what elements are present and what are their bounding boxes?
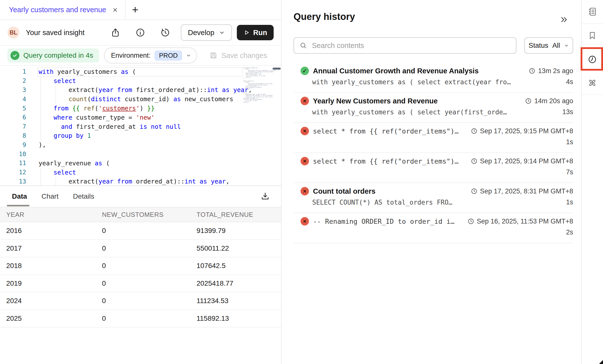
line-number: 10 [0,151,26,158]
code-text: yearly_revenue as ( [39,160,110,167]
code-text: select [39,169,76,176]
tab-close-icon[interactable]: × [113,5,118,14]
query-history-panel-button[interactable] [582,48,603,71]
code-text: and first_ordered_at is not null [39,123,181,130]
code-line-3[interactable]: 3 extract(year from first_ordered_at)::i… [0,86,281,95]
code-line-4[interactable]: 4 count(distinct customer_id) as new_cus… [0,94,281,104]
table-cell: 107642.5 [197,262,281,270]
status-filter-dropdown[interactable]: Status All [524,37,573,54]
ai-sparkle-icon [588,78,597,88]
table-row[interactable]: 20250115892.13 [0,310,281,328]
query-history-item[interactable]: ×Count total ordersSep 17, 2025, 8:31 PM… [294,183,573,213]
code-line-10[interactable]: 10 [0,149,281,159]
error-x-icon: × [301,127,309,135]
query-history-item[interactable]: ×select * from {{ ref("order_items")…Sep… [294,123,573,153]
query-duration: 4s [560,78,573,86]
query-history-panel: Query history Status All ✓Annual Custome… [282,0,581,364]
tab-yearly-customers-and-revenue[interactable]: Yearly customers and revenue × [0,0,126,19]
clock-icon [525,97,532,104]
clock-icon [471,158,478,165]
query-sql-preview: with yearly_customers as ( select year(f… [312,108,507,116]
play-icon [243,29,250,36]
share-button[interactable] [110,27,121,38]
table-row[interactable]: 20180107642.5 [0,257,281,275]
code-line-13[interactable]: 13 extract(year from ordered_at)::int as… [0,177,281,185]
bookmarks-panel-button[interactable] [582,24,603,48]
code-line-6[interactable]: 6 where customer_type = 'new' [0,113,281,122]
table-row[interactable]: 20170550011.22 [0,240,281,258]
table-header: YEAR NEW_CUSTOMERS TOTAL_REVENUE [0,207,281,222]
column-header-total-revenue: TOTAL_REVENUE [197,211,281,219]
query-timestamp: Sep 17, 2025, 8:31 PM GMT+8 [465,187,573,195]
develop-dropdown[interactable]: Develop [181,24,232,41]
code-line-9[interactable]: 9), [0,140,281,149]
info-icon [135,28,145,38]
table-cell: 550011.22 [197,244,281,252]
tab-details[interactable]: Details [73,192,94,200]
tab-chart[interactable]: Chart [42,192,58,200]
new-tab-button[interactable]: + [126,0,145,19]
code-text: extract(year from ordered_at)::int as ye… [39,178,230,185]
query-time-text: 13m 2s ago [538,67,573,75]
toolbar-icons [110,27,170,38]
ai-assistant-panel-button[interactable] [582,71,603,95]
search-input[interactable] [311,41,510,50]
query-title: Annual Customer Growth and Revenue Analy… [313,67,479,75]
search-box[interactable] [294,37,516,54]
run-button[interactable]: Run [237,25,274,40]
code-text: with yearly_customers as ( [39,68,136,75]
download-icon [260,191,270,201]
editor-panel: Yearly customers and revenue × + BL Your… [0,0,282,364]
editor-minimap[interactable]: with yearly_customers as ( select extrac… [243,67,272,103]
indent-guide [41,168,41,185]
code-line-8[interactable]: 8 group by 1 [0,131,281,140]
query-sql-preview: SELECT COUNT(*) AS total_orders FRO… [312,199,452,206]
column-header-new-customers: NEW_CUSTOMERS [102,211,197,219]
download-button[interactable] [260,191,270,201]
clock-icon [471,188,478,195]
info-button[interactable] [135,27,146,38]
table-cell: 2016 [0,227,102,235]
sql-code-editor[interactable]: 1with yearly_customers as (2 select3 ext… [0,66,281,185]
code-line-7[interactable]: 7 and first_ordered_at is not null [0,122,281,131]
status-filter-value: All [552,42,560,49]
code-line-12[interactable]: 12 select [0,168,281,177]
code-line-2[interactable]: 2 select [0,76,281,86]
environment-selector[interactable]: Environment: PROD [104,47,197,63]
resize-corner-handle[interactable] [599,360,603,364]
active-tab-indicator [7,205,29,206]
table-cell: 0 [102,297,197,305]
table-row[interactable]: 201902025418.77 [0,275,281,293]
status-row: Query completed in 4s Environment: PROD … [0,46,281,66]
code-text: where customer_type = 'new' [39,114,155,121]
code-line-5[interactable]: 5 from {{ ref('customers') }} [0,104,281,113]
notebook-panel-button[interactable] [582,0,603,24]
query-history-item[interactable]: ×Yearly New Customers and Revenue14m 20s… [294,93,573,123]
tab-data[interactable]: Data [12,192,27,200]
code-line-11[interactable]: 11yearly_revenue as ( [0,159,281,168]
line-number: 7 [0,123,26,130]
editor-scrollbar-thumb[interactable] [273,68,281,70]
line-number: 3 [0,87,26,93]
query-history-item[interactable]: ×select * from {{ ref("order_items")…Sep… [294,153,573,183]
query-title: Count total orders [313,187,375,195]
query-history-item[interactable]: ✓Annual Customer Growth and Revenue Anal… [294,63,573,93]
query-timestamp: 14m 20s ago [519,97,573,105]
line-number: 1 [0,68,26,75]
collapse-panel-button[interactable] [560,15,569,24]
notebook-icon [588,7,597,16]
status-filter-label: Status [529,42,548,49]
query-history-item[interactable]: ×-- Renaming ORDER_ID to order_id i…Sep … [294,213,573,243]
table-row[interactable]: 20240111234.53 [0,292,281,310]
table-row[interactable]: 2016091399.79 [0,222,281,240]
avatar: BL [7,27,19,39]
query-duration: 1s [560,138,573,146]
query-duration: 13s [556,108,573,116]
save-changes-button[interactable]: Save changes [209,51,267,60]
table-cell: 0 [102,279,197,287]
code-line-1[interactable]: 1with yearly_customers as ( [0,67,281,76]
table-body: 2016091399.7920170550011.2220180107642.5… [0,222,281,327]
save-icon [209,51,217,59]
version-history-button[interactable] [160,27,170,38]
table-cell: 2024 [0,297,102,305]
